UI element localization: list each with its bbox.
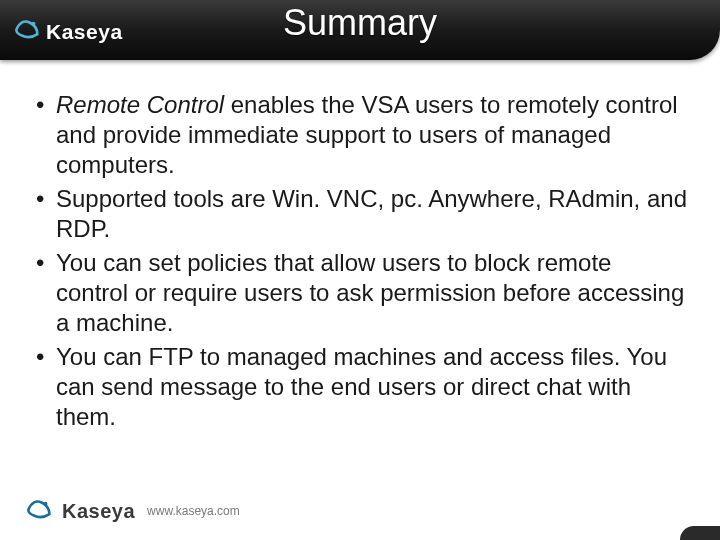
list-item: You can set policies that allow users to… bbox=[30, 248, 690, 338]
list-item: You can FTP to managed machines and acce… bbox=[30, 342, 690, 432]
footer-decoration bbox=[680, 526, 720, 540]
bullet-list: Remote Control enables the VSA users to … bbox=[30, 90, 690, 432]
footer-brand-text: Kaseya bbox=[62, 500, 135, 523]
svg-point-1 bbox=[44, 502, 48, 506]
footer-logo: Kaseya www.kaseya.com bbox=[24, 496, 240, 526]
bullet-text: You can set policies that allow users to… bbox=[56, 249, 684, 336]
list-item: Supported tools are Win. VNC, pc. Anywhe… bbox=[30, 184, 690, 244]
body-content: Remote Control enables the VSA users to … bbox=[30, 90, 690, 436]
slide-title: Summary bbox=[0, 2, 720, 44]
footer-url: www.kaseya.com bbox=[147, 504, 240, 518]
bullet-text: You can FTP to managed machines and acce… bbox=[56, 343, 667, 430]
slide: Kaseya Summary Remote Control enables th… bbox=[0, 0, 720, 540]
bullet-text: Supported tools are Win. VNC, pc. Anywhe… bbox=[56, 185, 687, 242]
header-band: Kaseya Summary bbox=[0, 0, 720, 60]
list-item: Remote Control enables the VSA users to … bbox=[30, 90, 690, 180]
kaseya-mark-icon bbox=[24, 496, 54, 526]
bullet-emphasis: Remote Control bbox=[56, 91, 224, 118]
